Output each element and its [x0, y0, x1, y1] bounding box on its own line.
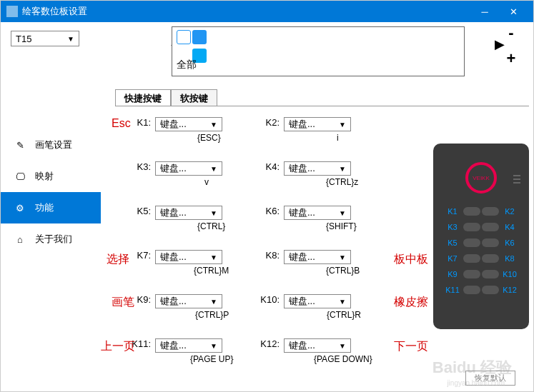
minimize-button[interactable]: ─	[470, 1, 499, 22]
key-dropdown-k7[interactable]: 键盘...▼	[155, 250, 222, 264]
device-key-label: K6	[500, 238, 519, 247]
device-key-label: K4	[500, 223, 519, 231]
nav-label: 关于我们	[35, 233, 72, 246]
key-label: K10:	[258, 294, 284, 305]
key-label: K1:	[129, 117, 155, 128]
key-label: K6:	[258, 206, 284, 216]
device-key-label: K7	[443, 254, 462, 263]
annotation-pen: 画笔	[112, 295, 134, 310]
key-value: {CTRL}B	[326, 266, 360, 276]
device-key-button	[482, 238, 499, 247]
device-select[interactable]: T15 ▼	[11, 31, 79, 46]
zoom-in-button[interactable]: +	[505, 54, 518, 66]
application-selector: 全部	[172, 26, 465, 76]
device-key-button	[463, 223, 480, 231]
pen-icon: ✎	[14, 139, 26, 151]
device-menu-icon	[513, 175, 520, 184]
key-value: {CTRL}z	[326, 177, 358, 187]
app-label: 全部	[177, 59, 197, 71]
key-label: K8:	[258, 250, 284, 261]
zoom-out-button[interactable]: -	[505, 28, 518, 41]
key-label: K3:	[129, 161, 155, 172]
device-key-label: K1	[443, 207, 462, 216]
device-key-button	[463, 270, 480, 278]
key-value: i	[337, 133, 339, 143]
key-dropdown-k5[interactable]: 键盘...▼	[155, 206, 222, 220]
key-value: {CTRL}R	[327, 310, 361, 320]
device-select-value: T15	[16, 34, 31, 44]
device-key-label: K12	[500, 286, 519, 294]
key-value: {CTRL}	[197, 221, 225, 231]
window-title: 绘客数位板设置	[22, 5, 470, 18]
device-key-label: K5	[443, 238, 462, 247]
device-key-label: K10	[500, 270, 519, 278]
key-label: K4:	[258, 161, 284, 172]
key-dropdown-k8[interactable]: 键盘...▼	[284, 250, 351, 264]
device-key-button	[482, 270, 499, 278]
annotation-eraser: 橡皮擦	[394, 295, 428, 310]
device-key-button	[463, 286, 480, 294]
key-value: {SHIFT}	[326, 221, 357, 231]
close-button[interactable]: ✕	[499, 1, 528, 22]
annotation-esc: Esc	[112, 117, 131, 130]
key-dropdown-k2[interactable]: 键盘...▼	[284, 117, 351, 131]
app-icon-2[interactable]	[192, 30, 207, 44]
app-icon-1[interactable]	[177, 30, 191, 44]
gear-icon: ⚙	[14, 201, 26, 214]
tab-soft-keys[interactable]: 软按键	[171, 89, 217, 106]
key-grid: K1: 键盘...▼ K2: 键盘...▼ {ESC} i K3: 键盘...▼…	[115, 111, 422, 377]
key-label: K5:	[129, 206, 155, 216]
device-key-button	[463, 207, 480, 216]
annotation-select: 选择	[107, 252, 129, 267]
nav-label: 功能	[35, 201, 54, 214]
device-key-button	[482, 207, 499, 216]
key-dropdown-k10[interactable]: 键盘...▼	[284, 294, 351, 308]
monitor-icon: 🖵	[14, 170, 26, 183]
key-value: {PAGE DOWN}	[314, 354, 372, 364]
key-value: {PAGE UP}	[190, 354, 233, 364]
device-key-button	[482, 286, 499, 294]
key-value: {ESC}	[197, 133, 221, 143]
nav-about[interactable]: ⌂ 关于我们	[1, 223, 101, 255]
app-icon	[6, 6, 18, 17]
device-key-label: K2	[500, 207, 519, 216]
annotation-prev: 上一页	[101, 339, 135, 354]
key-label: K7:	[129, 250, 155, 261]
home-icon: ⌂	[14, 233, 26, 246]
device-key-button	[463, 254, 480, 263]
key-dropdown-k4[interactable]: 键盘...▼	[284, 161, 351, 176]
nav-label: 画笔设置	[35, 139, 72, 151]
key-dropdown-k9[interactable]: 键盘...▼	[155, 294, 222, 308]
device-key-button	[482, 254, 499, 263]
annotation-board: 板中板	[394, 252, 428, 267]
tab-underline	[115, 106, 529, 106]
device-preview: VEIKK K1K2 K3K4 K5K6 K7K8 K9K10 K11K12	[433, 144, 529, 329]
key-value: v	[204, 177, 209, 187]
key-dropdown-k12[interactable]: 键盘...▼	[284, 338, 351, 353]
device-key-button	[463, 238, 480, 247]
device-key-button	[482, 223, 499, 231]
key-dropdown-k6[interactable]: 键盘...▼	[284, 206, 351, 220]
chevron-down-icon: ▼	[67, 35, 74, 43]
annotation-next: 下一页	[394, 339, 428, 354]
key-label: K2:	[258, 117, 284, 128]
device-logo: VEIKK	[465, 162, 497, 194]
device-key-label: K8	[500, 254, 519, 263]
sidebar: ✎ 画笔设置 🖵 映射 ⚙ 功能 ⌂ 关于我们	[1, 86, 101, 255]
app-next-button[interactable]: ▶	[495, 36, 505, 51]
key-dropdown-k1[interactable]: 键盘...▼	[155, 117, 222, 131]
tab-shortcut-keys[interactable]: 快捷按键	[115, 89, 171, 106]
key-dropdown-k3[interactable]: 键盘...▼	[155, 161, 222, 176]
reset-default-button[interactable]: 恢复默认	[465, 371, 515, 386]
device-key-label: K9	[443, 270, 462, 278]
key-label: K12:	[258, 338, 284, 349]
key-dropdown-k11[interactable]: 键盘...▼	[155, 338, 222, 353]
nav-pen-settings[interactable]: ✎ 画笔设置	[1, 129, 101, 161]
nav-mapping[interactable]: 🖵 映射	[1, 161, 101, 192]
key-value: {CTRL}P	[195, 310, 229, 320]
nav-function[interactable]: ⚙ 功能	[1, 192, 101, 223]
device-key-label: K11	[443, 286, 462, 294]
key-value: {CTRL}M	[194, 266, 229, 276]
device-key-label: K3	[443, 223, 462, 231]
nav-label: 映射	[35, 170, 54, 183]
